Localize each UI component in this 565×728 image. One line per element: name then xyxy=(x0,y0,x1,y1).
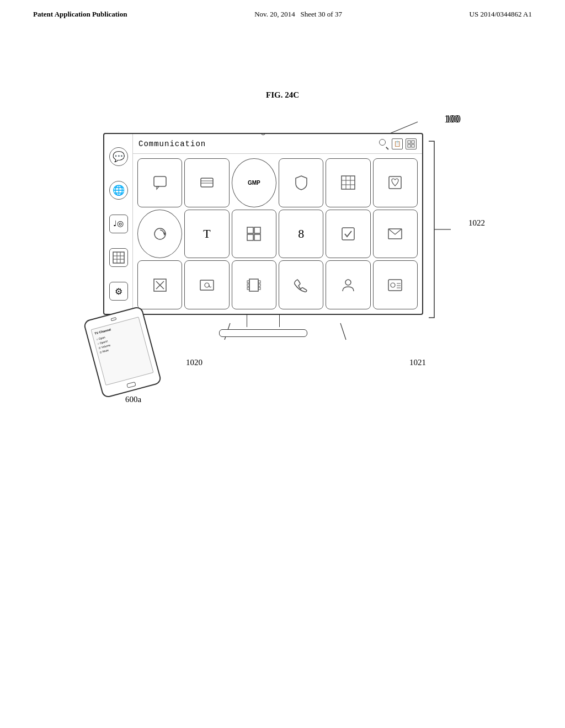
diagram-area: 100 💬 🌐 ♩◎ xyxy=(76,111,489,398)
app-four-square xyxy=(232,210,276,259)
app-phone xyxy=(279,260,323,309)
screen-content: 💬 🌐 ♩◎ xyxy=(104,134,422,314)
clipboard-icon: 📋 xyxy=(392,138,403,149)
grid-icon xyxy=(406,138,417,149)
app-shield xyxy=(279,158,323,207)
svg-point-38 xyxy=(205,283,209,287)
phone-screen: TV Channel ○ Open ○ Open!! ⊙ Volume ⊙ Mu… xyxy=(90,317,153,386)
patent-number: US 2014/0344862 A1 xyxy=(470,10,532,19)
sidebar-globe-icon: 🌐 xyxy=(109,181,128,200)
app-checkbox xyxy=(326,210,370,259)
sidebar-icons: 💬 🌐 ♩◎ xyxy=(104,134,133,314)
sidebar-settings-icon: ⚙ xyxy=(109,282,128,301)
svg-rect-39 xyxy=(249,279,258,291)
tv-screen: 💬 🌐 ♩◎ xyxy=(103,133,423,315)
app-heart-box xyxy=(373,158,418,207)
app-mail-at xyxy=(184,260,229,309)
ref-1020-label: 1020 xyxy=(186,358,202,367)
svg-rect-15 xyxy=(154,176,166,186)
ref-1022-label: 1022 xyxy=(468,218,485,228)
svg-rect-29 xyxy=(254,227,260,233)
svg-rect-6 xyxy=(113,252,124,263)
svg-rect-12 xyxy=(412,141,414,143)
svg-point-48 xyxy=(391,283,395,287)
top-bar: Communication 📋 xyxy=(133,134,422,154)
ref-600a-label: 600a xyxy=(125,395,141,404)
app-film-strip xyxy=(232,260,276,309)
app-chat-sq xyxy=(137,158,182,207)
page-header: Patent Application Publication Nov. 20, … xyxy=(0,0,565,19)
svg-rect-30 xyxy=(247,234,253,240)
search-icon xyxy=(379,139,389,149)
figure-label: FIG. 24C xyxy=(0,90,565,100)
svg-rect-37 xyxy=(200,280,214,290)
app-refresh xyxy=(137,210,182,259)
svg-rect-32 xyxy=(342,228,354,240)
top-bar-icons: 📋 xyxy=(379,138,417,149)
category-label: Communication xyxy=(138,140,206,148)
tv-stand-neck xyxy=(247,315,280,327)
ref-1021-label: 1021 xyxy=(409,358,426,367)
app-text: T xyxy=(184,210,229,259)
app-x-mark xyxy=(137,260,182,309)
svg-point-46 xyxy=(345,280,351,285)
svg-rect-13 xyxy=(408,144,411,147)
app-grid: GMP xyxy=(133,154,422,314)
sidebar-chat-icon: 💬 xyxy=(109,147,128,166)
phone-device: TV Channel ○ Open ○ Open!! ⊙ Volume ⊙ Mu… xyxy=(83,306,162,399)
phone-area: TV Channel ○ Open ○ Open!! ⊙ Volume ⊙ Mu… xyxy=(92,312,153,392)
app-eight: 8 xyxy=(279,210,323,259)
svg-rect-11 xyxy=(408,141,411,143)
main-content-area: Communication 📋 xyxy=(133,134,422,314)
publication-date: Nov. 20, 2014 Sheet 30 of 37 xyxy=(254,10,342,19)
app-person xyxy=(326,260,370,309)
app-table-grid xyxy=(326,158,370,207)
app-envelope xyxy=(373,210,418,259)
tv-monitor: 💬 🌐 ♩◎ xyxy=(103,133,423,342)
svg-rect-14 xyxy=(412,144,414,147)
phone-camera xyxy=(110,317,116,321)
app-email-tray xyxy=(184,158,229,207)
svg-rect-20 xyxy=(342,176,355,189)
svg-rect-31 xyxy=(254,234,260,240)
app-gmp: GMP xyxy=(232,158,276,207)
svg-rect-25 xyxy=(389,176,401,189)
ref-100-label: 100 xyxy=(446,114,461,125)
svg-rect-28 xyxy=(247,227,253,233)
phone-home-button xyxy=(126,382,136,388)
sidebar-table-icon xyxy=(109,248,128,267)
svg-rect-17 xyxy=(201,178,213,187)
sidebar-music-icon: ♩◎ xyxy=(109,215,128,233)
tv-stand-base xyxy=(219,329,307,337)
publication-type: Patent Application Publication xyxy=(33,10,127,19)
app-id-card xyxy=(373,260,418,309)
